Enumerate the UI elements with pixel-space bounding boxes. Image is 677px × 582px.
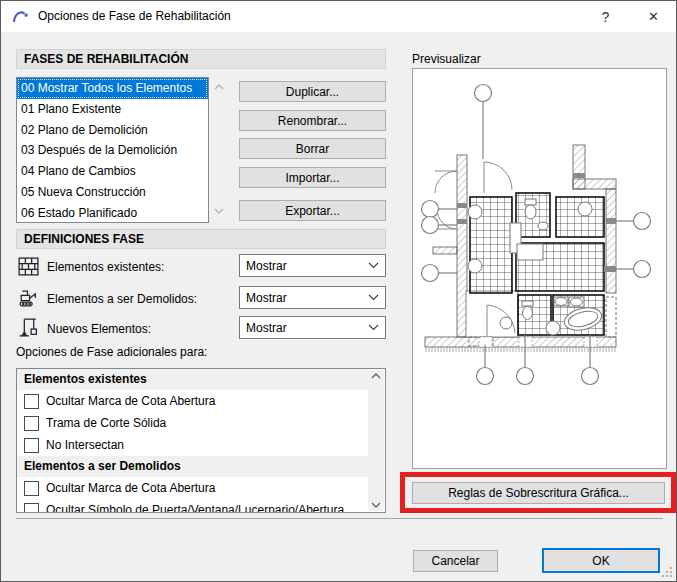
- divider: [16, 518, 663, 519]
- import-button[interactable]: Importar...: [239, 167, 386, 188]
- phase-list: 00 Mostrar Todos los Elementos 01 Plano …: [16, 77, 209, 223]
- options-group-header: Elementos a ser Demolidos: [17, 456, 368, 477]
- ok-button[interactable]: OK: [542, 548, 660, 573]
- phase-options-list: Elementos existentes Ocultar Marca de Co…: [16, 368, 386, 513]
- chevron-down-icon: [368, 324, 379, 331]
- preview-panel: [412, 68, 667, 469]
- rename-button[interactable]: Renombrar...: [239, 110, 386, 131]
- options-group-header: Elementos existentes: [17, 369, 368, 390]
- phase-list-item[interactable]: 04 Plano de Cambios: [17, 161, 208, 182]
- options-scrollbar[interactable]: [368, 370, 384, 511]
- phases-section-header: FASES DE REHABILITACIÓN: [16, 49, 386, 69]
- app-logo-icon: [12, 8, 30, 24]
- existing-elements-label: Elementos existentes:: [47, 260, 164, 274]
- title-bar: Opciones de Fase de Rehabilitación ? ✕: [1, 1, 676, 32]
- new-elements-select[interactable]: Mostrar: [239, 316, 386, 339]
- checkbox-unchecked[interactable]: [24, 416, 39, 431]
- option-row[interactable]: Ocultar Marca de Cota Abertura: [17, 477, 368, 499]
- phase-list-item[interactable]: 06 Estado Planificado: [17, 203, 208, 223]
- option-row[interactable]: Ocultar Símbolo de Puerta/Ventana/Lucern…: [17, 499, 368, 513]
- option-label: Ocultar Marca de Cota Abertura: [46, 394, 215, 408]
- new-elements-label: Nuevos Elementos:: [47, 322, 151, 336]
- checkbox-unchecked[interactable]: [24, 503, 39, 514]
- new-elements-value: Mostrar: [246, 321, 287, 335]
- floor-plan-preview: [413, 69, 666, 468]
- close-icon[interactable]: ✕: [631, 1, 676, 32]
- demolish-elements-icon: [17, 286, 40, 309]
- cancel-button[interactable]: Cancelar: [413, 550, 498, 572]
- scroll-up-icon[interactable]: [211, 80, 227, 94]
- additional-options-label: Opciones de Fase adicionales para:: [16, 345, 207, 359]
- delete-button[interactable]: Borrar: [239, 138, 386, 159]
- option-label: No Intersectan: [46, 438, 124, 452]
- existing-elements-icon: [17, 254, 40, 277]
- help-button[interactable]: ?: [583, 1, 628, 32]
- option-row[interactable]: Trama de Corte Sólida: [17, 412, 368, 434]
- chevron-down-icon: [368, 262, 379, 269]
- scroll-up-icon[interactable]: [371, 373, 381, 379]
- phase-list-item[interactable]: 01 Plano Existente: [17, 99, 208, 120]
- renovation-phase-options-dialog: Opciones de Fase de Rehabilitación ? ✕ F…: [0, 0, 677, 582]
- scroll-down-icon[interactable]: [371, 502, 381, 508]
- preview-label: Previsualizar: [412, 52, 481, 66]
- dialog-title: Opciones de Fase de Rehabilitación: [38, 9, 231, 23]
- definitions-section-header: DEFINICIONES FASE: [16, 229, 386, 249]
- scroll-down-icon[interactable]: [211, 204, 227, 218]
- checkbox-unchecked[interactable]: [24, 394, 39, 409]
- chevron-down-icon: [368, 294, 379, 301]
- existing-elements-select[interactable]: Mostrar: [239, 254, 386, 277]
- phase-list-item[interactable]: 05 Nueva Construcción: [17, 182, 208, 203]
- option-label: Ocultar Símbolo de Puerta/Ventana/Lucern…: [46, 503, 344, 513]
- duplicate-button[interactable]: Duplicar...: [239, 81, 386, 102]
- phase-list-item[interactable]: 03 Después de la Demolición: [17, 140, 208, 161]
- graphic-override-rules-button[interactable]: Reglas de Sobrescritura Gráfica...: [412, 482, 665, 504]
- checkbox-unchecked[interactable]: [24, 438, 39, 453]
- existing-elements-value: Mostrar: [246, 259, 287, 273]
- option-label: Trama de Corte Sólida: [46, 416, 166, 430]
- phase-list-item[interactable]: 02 Plano de Demolición: [17, 120, 208, 141]
- export-button[interactable]: Exportar...: [239, 200, 386, 221]
- option-row[interactable]: No Intersectan: [17, 434, 368, 456]
- resize-grip[interactable]: [661, 566, 673, 578]
- demolish-elements-value: Mostrar: [246, 291, 287, 305]
- option-label: Ocultar Marca de Cota Abertura: [46, 481, 215, 495]
- phase-list-item[interactable]: 00 Mostrar Todos los Elementos: [17, 78, 208, 99]
- new-elements-icon: [17, 316, 40, 339]
- demolish-elements-label: Elementos a ser Demolidos:: [47, 292, 197, 306]
- checkbox-unchecked[interactable]: [24, 481, 39, 496]
- option-row[interactable]: Ocultar Marca de Cota Abertura: [17, 390, 368, 412]
- demolish-elements-select[interactable]: Mostrar: [239, 286, 386, 309]
